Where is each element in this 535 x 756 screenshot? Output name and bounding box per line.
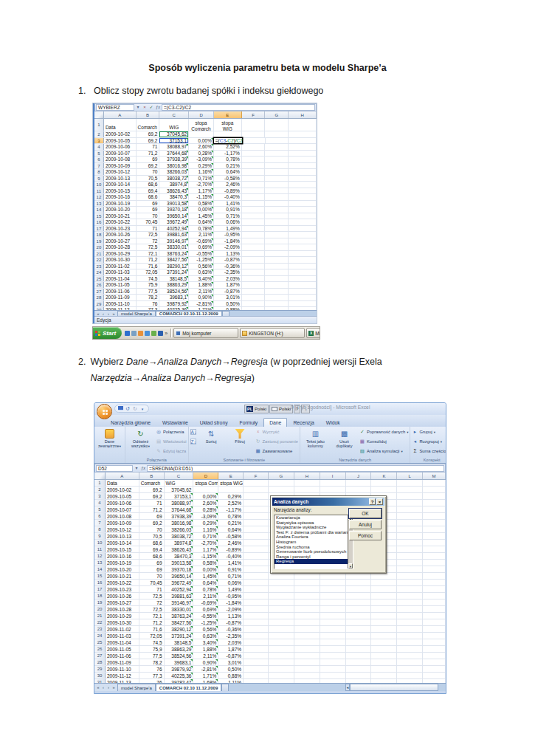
nav-next-icon[interactable]: › [106, 685, 111, 690]
cell-e30[interactable]: 0,88% [218, 673, 244, 678]
cell-b27[interactable]: 77,5 [139, 653, 165, 659]
sheet-tab-model-sharpe-a[interactable]: model Sharpe'a [117, 311, 156, 316]
cell-d18[interactable]: 2,11% [193, 593, 218, 599]
row-header-20[interactable]: 20 [94, 606, 106, 612]
column-header-f[interactable]: F [242, 111, 266, 118]
cell-b29[interactable]: 76 [139, 666, 165, 672]
row-header-27[interactable]: 27 [94, 653, 106, 659]
cell-m7[interactable] [423, 520, 446, 526]
cell-g11[interactable] [265, 188, 289, 194]
cell-g18[interactable] [265, 232, 289, 238]
cell-f12[interactable] [242, 194, 266, 200]
cell-h1[interactable] [289, 119, 317, 131]
cell-f31[interactable] [244, 679, 269, 683]
cell-e30[interactable]: 0,88% [214, 307, 242, 310]
cell-c17[interactable]: 40252,94 [159, 226, 189, 232]
cell-a19[interactable]: 2009-10-27 [106, 599, 139, 605]
cell-l23[interactable] [397, 626, 423, 632]
task-button-m-j-komputer[interactable]: Mój komputer [173, 328, 238, 338]
cell-d8[interactable]: 1,16% [189, 169, 214, 175]
row-header-7[interactable]: 7 [94, 163, 104, 169]
column-header-g[interactable]: G [269, 472, 294, 479]
cell-h15[interactable] [294, 573, 320, 579]
cell-a20[interactable]: 2009-10-28 [104, 244, 137, 250]
cell-a12[interactable]: 2009-10-16 [104, 194, 137, 200]
cell-k15[interactable] [371, 573, 397, 579]
name-box-1[interactable]: WYBIERZ [96, 104, 134, 111]
cell-i18[interactable] [320, 593, 346, 599]
cell-h6[interactable] [289, 157, 317, 162]
cell-f29[interactable] [242, 301, 266, 307]
ribbon-button-zaawansowane[interactable]: ▦Zaawansowane [255, 447, 298, 456]
cell-c16[interactable]: 39672,49 [165, 580, 194, 585]
cell-a27[interactable]: 2009-11-06 [104, 289, 137, 295]
cell-e29[interactable]: 0,50% [214, 301, 242, 307]
cell-a23[interactable]: 2009-11-02 [104, 264, 137, 269]
cell-k31[interactable] [371, 679, 397, 683]
row-header-19[interactable]: 19 [94, 238, 104, 244]
cell-a5[interactable]: 2009-10-07 [106, 506, 139, 512]
column-header-a[interactable]: A [106, 472, 139, 479]
cell-e8[interactable]: 0,64% [218, 526, 244, 532]
cell-h29[interactable] [289, 301, 317, 307]
cell-a15[interactable]: 2009-10-21 [104, 213, 137, 219]
cell-a27[interactable]: 2009-11-06 [106, 653, 139, 659]
cell-a14[interactable]: 2009-10-20 [106, 566, 139, 572]
ribbon-tab-recenzja[interactable]: Recenzja [287, 418, 320, 427]
cell-m30[interactable] [423, 673, 446, 678]
cell-e5[interactable]: -1,17% [218, 506, 244, 512]
cell-c14[interactable]: 39370,18 [159, 207, 189, 213]
cell-l4[interactable] [397, 500, 423, 506]
cell-c8[interactable]: 38266,03 [159, 169, 189, 175]
row-header-28[interactable]: 28 [94, 295, 104, 300]
row-header-13[interactable]: 13 [94, 201, 104, 207]
cell-f7[interactable] [244, 520, 269, 526]
cell-f6[interactable] [242, 157, 266, 162]
cell-i20[interactable] [320, 606, 346, 612]
media-player-icon[interactable] [138, 331, 143, 336]
cell-b21[interactable]: 72,1 [137, 251, 160, 257]
qat-dropdown-icon[interactable]: ▾ [139, 405, 145, 413]
ribbon-button-rozgrupuj[interactable]: ◂Rozgrupuj▾ [412, 437, 446, 446]
row-header-29[interactable]: 29 [94, 301, 104, 307]
cell-g22[interactable] [269, 619, 294, 625]
cell-d16[interactable]: 0,64% [193, 580, 218, 585]
cell-e17[interactable]: 1,49% [218, 586, 244, 592]
cell-e6[interactable]: 0,78% [218, 513, 244, 519]
cell-l1[interactable] [397, 480, 423, 486]
sheet-tab-comarch-02-10-11-12-2009[interactable]: COMARCH 02.10-11.12.2009 [156, 311, 222, 316]
cell-c21[interactable]: 38763,24 [159, 251, 189, 257]
cell-d1[interactable]: stopa Comarch [193, 480, 218, 486]
cell-a4[interactable]: 2009-10-06 [106, 500, 139, 506]
nav-last-icon[interactable]: » [111, 685, 116, 690]
cell-i21[interactable] [320, 613, 346, 619]
cell-a3[interactable]: 2009-10-05 [106, 493, 139, 499]
cell-c9[interactable]: 38038,72 [159, 176, 189, 182]
cell-d17[interactable]: 0,78% [189, 226, 214, 232]
cell-i16[interactable] [320, 580, 346, 585]
row-header-28[interactable]: 28 [94, 659, 106, 665]
cell-d16[interactable]: 0,64% [189, 219, 214, 225]
cell-f22[interactable] [244, 619, 269, 625]
cell-b2[interactable]: 69,2 [139, 487, 165, 492]
cell-b5[interactable]: 71,2 [139, 506, 165, 512]
row-header-19[interactable]: 19 [94, 599, 106, 605]
cell-c13[interactable]: 39013,58 [165, 560, 194, 566]
cell-a10[interactable]: 2009-10-14 [106, 540, 139, 546]
cell-c31[interactable]: 39782,47 [165, 679, 194, 683]
cell-e21[interactable]: 1,13% [218, 613, 244, 619]
cell-a11[interactable]: 2009-10-15 [104, 188, 137, 194]
cell-c2[interactable]: 37045,62 [165, 487, 194, 492]
ribbon-button-suma-cz-ciowa[interactable]: ΣSuma częściowa [412, 447, 446, 456]
cell-l15[interactable] [397, 573, 423, 579]
nb-dropdown-icon[interactable]: ▾ [135, 104, 141, 111]
cell-k28[interactable] [371, 659, 397, 665]
cell-e26[interactable]: 1,87% [218, 646, 244, 652]
cell-j15[interactable] [346, 573, 372, 579]
cell-c15[interactable]: 39650,14 [165, 573, 194, 579]
cell-b20[interactable]: 72,5 [137, 244, 160, 250]
cell-f30[interactable] [242, 307, 266, 310]
ribbon-tab-wstawianie[interactable]: Wstawianie [156, 418, 194, 427]
cell-k21[interactable] [371, 613, 397, 619]
cell-c20[interactable]: 38330,01 [159, 244, 189, 250]
